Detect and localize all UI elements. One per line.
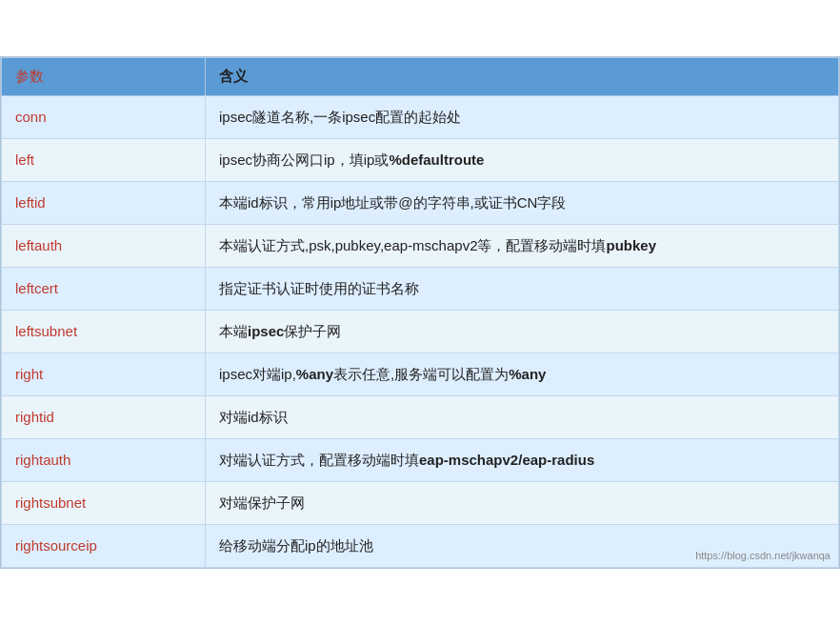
param-cell: rightauth <box>2 439 206 482</box>
param-cell: left <box>2 139 206 182</box>
param-cell: leftcert <box>2 268 206 311</box>
table-row: rightauth对端认证方式，配置移动端时填eap-mschapv2/eap-… <box>2 439 839 482</box>
desc-cell: 本端认证方式,psk,pubkey,eap-mschapv2等，配置移动端时填p… <box>206 225 839 268</box>
desc-cell: 对端认证方式，配置移动端时填eap-mschapv2/eap-radius <box>206 439 839 482</box>
param-cell: rightsourceip <box>2 525 206 568</box>
table-row: rightipsec对端ip,%any表示任意,服务端可以配置为%any <box>2 353 839 396</box>
table-row: leftsubnet本端ipsec保护子网 <box>2 311 839 353</box>
table-row: leftid本端id标识，常用ip地址或带@的字符串,或证书CN字段 <box>2 182 839 225</box>
param-cell: right <box>2 353 206 396</box>
table-row: rightid对端id标识 <box>2 396 839 439</box>
header-param: 参数 <box>2 58 206 96</box>
param-cell: leftauth <box>2 225 206 268</box>
desc-cell: 本端ipsec保护子网 <box>206 311 839 353</box>
header-desc: 含义 <box>206 58 839 96</box>
table-row: leftcert指定证书认证时使用的证书名称 <box>2 268 839 311</box>
params-table: 参数 含义 connipsec隧道名称,一条ipsec配置的起始处leftips… <box>1 57 839 568</box>
table-row: leftipsec协商公网口ip，填ip或%defaultroute <box>2 139 839 182</box>
desc-cell: 本端id标识，常用ip地址或带@的字符串,或证书CN字段 <box>206 182 839 225</box>
desc-cell: 对端id标识 <box>206 396 839 439</box>
param-cell: conn <box>2 96 206 139</box>
desc-cell: ipsec对端ip,%any表示任意,服务端可以配置为%any <box>206 353 839 396</box>
desc-cell: 给移动端分配ip的地址池 <box>206 525 839 568</box>
table-container: 参数 含义 connipsec隧道名称,一条ipsec配置的起始处leftips… <box>0 56 840 569</box>
table-body: connipsec隧道名称,一条ipsec配置的起始处leftipsec协商公网… <box>2 96 839 568</box>
param-cell: rightsubnet <box>2 482 206 525</box>
table-row: rightsubnet对端保护子网 <box>2 482 839 525</box>
desc-cell: 对端保护子网 <box>206 482 839 525</box>
table-row: leftauth本端认证方式,psk,pubkey,eap-mschapv2等，… <box>2 225 839 268</box>
param-cell: leftid <box>2 182 206 225</box>
param-cell: leftsubnet <box>2 311 206 353</box>
table-wrapper: 参数 含义 connipsec隧道名称,一条ipsec配置的起始处leftips… <box>0 56 840 569</box>
table-row: rightsourceip给移动端分配ip的地址池 <box>2 525 839 568</box>
table-header-row: 参数 含义 <box>2 58 839 96</box>
table-row: connipsec隧道名称,一条ipsec配置的起始处 <box>2 96 839 139</box>
desc-cell: ipsec协商公网口ip，填ip或%defaultroute <box>206 139 839 182</box>
param-cell: rightid <box>2 396 206 439</box>
desc-cell: ipsec隧道名称,一条ipsec配置的起始处 <box>206 96 839 139</box>
desc-cell: 指定证书认证时使用的证书名称 <box>206 268 839 311</box>
